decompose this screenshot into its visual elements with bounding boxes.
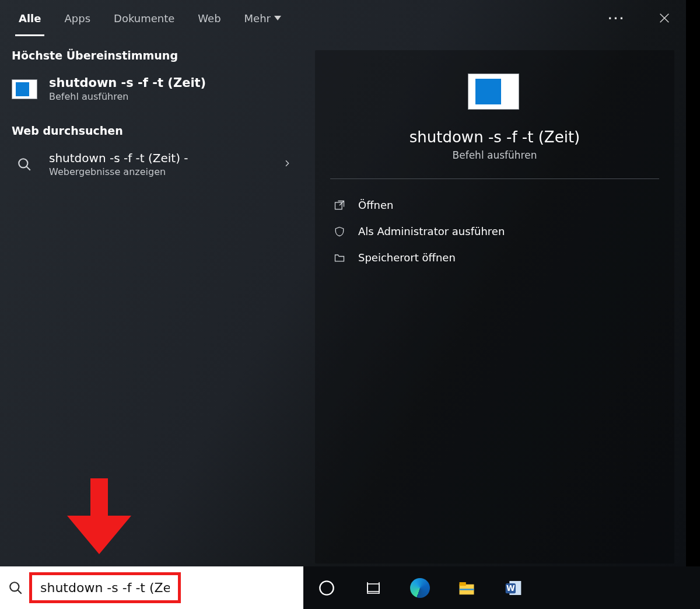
app-window-icon bbox=[468, 74, 522, 112]
chevron-down-icon bbox=[274, 16, 281, 20]
action-admin-label: Als Administrator ausführen bbox=[358, 225, 505, 237]
tab-web[interactable]: Web bbox=[198, 12, 220, 24]
options-button[interactable]: ··· bbox=[604, 6, 629, 30]
best-match-subtitle: Befehl ausführen bbox=[49, 91, 206, 102]
search-input[interactable] bbox=[39, 580, 171, 596]
more-icon: ··· bbox=[608, 12, 625, 24]
taskbar-search[interactable] bbox=[0, 566, 303, 609]
svg-line-3 bbox=[26, 166, 30, 170]
action-open-label: Öffnen bbox=[358, 199, 393, 211]
tab-more[interactable]: Mehr bbox=[244, 12, 281, 24]
search-tabs: Alle Apps Dokumente Web Mehr ··· bbox=[0, 0, 686, 36]
detail-column: shutdown -s -f -t (Zeit) Befehl ausführe… bbox=[303, 36, 686, 566]
tab-more-label: Mehr bbox=[244, 12, 271, 24]
svg-point-2 bbox=[19, 159, 27, 167]
close-icon bbox=[658, 12, 671, 24]
file-explorer-icon[interactable] bbox=[456, 578, 477, 598]
chevron-right-icon bbox=[282, 159, 292, 170]
web-result[interactable]: shutdown -s -f -t (Zeit) - Webergebnisse… bbox=[0, 145, 303, 184]
search-highlight-box bbox=[29, 572, 181, 603]
detail-title: shutdown -s -f -t (Zeit) bbox=[330, 128, 659, 146]
search-icon bbox=[8, 580, 23, 596]
svg-text:W: W bbox=[506, 584, 515, 593]
web-search-header: Web durchsuchen bbox=[0, 109, 303, 145]
action-open-location[interactable]: Speicherort öffnen bbox=[330, 244, 659, 271]
results-column: Höchste Übereinstimmung shutdown -s -f -… bbox=[0, 36, 303, 566]
task-view-icon[interactable] bbox=[363, 578, 384, 598]
search-flyout: Alle Apps Dokumente Web Mehr ··· Höchste… bbox=[0, 0, 686, 566]
taskbar: W bbox=[303, 566, 700, 609]
best-match-result[interactable]: shutdown -s -f -t (Zeit) Befehl ausführe… bbox=[0, 70, 303, 109]
tab-apps[interactable]: Apps bbox=[64, 12, 90, 24]
folder-icon bbox=[334, 252, 345, 264]
close-button[interactable] bbox=[652, 6, 677, 30]
svg-rect-10 bbox=[368, 584, 379, 592]
tab-all[interactable]: Alle bbox=[19, 12, 41, 24]
web-result-title: shutdown -s -f -t (Zeit) - bbox=[49, 151, 188, 165]
app-window-icon bbox=[12, 76, 37, 102]
search-icon bbox=[12, 152, 37, 177]
svg-point-7 bbox=[10, 582, 19, 591]
svg-rect-16 bbox=[460, 589, 474, 590]
divider bbox=[330, 178, 659, 179]
detail-card: shutdown -s -f -t (Zeit) Befehl ausführe… bbox=[315, 50, 674, 564]
action-open[interactable]: Öffnen bbox=[330, 192, 659, 218]
tab-documents[interactable]: Dokumente bbox=[114, 12, 174, 24]
open-icon bbox=[334, 200, 345, 211]
svg-rect-15 bbox=[460, 582, 466, 586]
svg-line-8 bbox=[18, 590, 22, 594]
web-result-subtitle: Webergebnisse anzeigen bbox=[49, 166, 188, 177]
action-run-as-admin[interactable]: Als Administrator ausführen bbox=[330, 218, 659, 244]
edge-icon[interactable] bbox=[410, 578, 430, 598]
shield-icon bbox=[334, 226, 345, 237]
best-match-title: shutdown -s -f -t (Zeit) bbox=[49, 76, 206, 90]
svg-point-9 bbox=[320, 581, 333, 594]
cortana-icon[interactable] bbox=[316, 578, 337, 598]
detail-subtitle: Befehl ausführen bbox=[330, 149, 659, 161]
word-icon[interactable]: W bbox=[503, 578, 524, 598]
best-match-header: Höchste Übereinstimmung bbox=[0, 49, 303, 70]
action-location-label: Speicherort öffnen bbox=[358, 251, 456, 264]
